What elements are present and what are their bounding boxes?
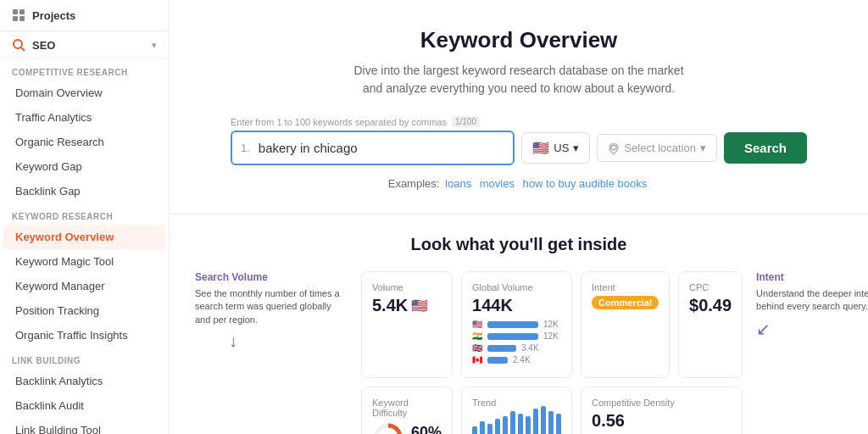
- country-chevron-icon: ▾: [573, 142, 579, 154]
- sidebar-item-domain-overview[interactable]: Domain Overview: [3, 81, 165, 105]
- keyword-counter: 1/100: [452, 116, 480, 127]
- search-area: 1. 🇺🇸 US ▾ Select location ▾ Search: [231, 131, 807, 165]
- input-number-label: 1.: [241, 142, 250, 154]
- preview-section: Look what you'll get inside Search Volum…: [170, 214, 868, 434]
- metric-global-volume: Global Volume 144K 🇺🇸12K 🇮🇳12K 🇬🇧3.4K 🇨🇦…: [461, 271, 572, 378]
- sidebar-item-keyword-gap[interactable]: Keyword Gap: [3, 154, 165, 179]
- svg-rect-1: [19, 9, 25, 14]
- sidebar-item-link-building-tool[interactable]: Link Building Tool: [3, 418, 165, 434]
- sidebar-sections: COMPETITIVE RESEARCH Domain Overview Tra…: [0, 59, 169, 434]
- metric-competitive-density: Competitive Density 0.56: [581, 387, 743, 434]
- examples-line: Examples: loans movies how to buy audibl…: [203, 177, 834, 190]
- donut-chart: [372, 421, 404, 434]
- location-icon: [608, 142, 620, 154]
- sidebar-item-backlink-analytics[interactable]: Backlink Analytics: [3, 369, 165, 393]
- keyword-input-wrapper[interactable]: 1.: [231, 131, 515, 165]
- intent-annotation-label: Intent: [756, 271, 868, 283]
- projects-label: Projects: [32, 9, 75, 22]
- arrow-down-left-icon: ↙: [756, 319, 868, 339]
- search-volume-annotation: Search Volume See the monthly number of …: [195, 271, 348, 351]
- location-placeholder: Select location: [624, 142, 696, 154]
- arrow-down-icon: ↓: [229, 331, 348, 351]
- svg-rect-0: [13, 9, 18, 14]
- sidebar-item-position-tracking[interactable]: Position Tracking: [3, 298, 165, 323]
- examples-prefix: Examples:: [388, 177, 440, 190]
- projects-header[interactable]: Projects: [0, 0, 169, 31]
- sidebar-item-keyword-magic-tool[interactable]: Keyword Magic Tool: [3, 249, 165, 274]
- sidebar-item-keyword-overview[interactable]: Keyword Overview: [3, 225, 165, 249]
- hero-subtitle: Dive into the largest keyword research d…: [203, 62, 834, 97]
- keyword-input[interactable]: [255, 132, 504, 164]
- sidebar-item-backlink-audit[interactable]: Backlink Audit: [3, 393, 165, 418]
- sidebar-item-organic-research[interactable]: Organic Research: [3, 130, 165, 154]
- chevron-down-icon: ▾: [152, 40, 157, 51]
- example-loans[interactable]: loans: [445, 177, 471, 190]
- sidebar-item-traffic-analytics[interactable]: Traffic Analytics: [3, 105, 165, 130]
- section-header-keyword-research: KEYWORD RESEARCH: [0, 203, 169, 225]
- sidebar-item-keyword-manager[interactable]: Keyword Manager: [3, 274, 165, 298]
- seo-label: SEO: [32, 39, 55, 52]
- sidebar-item-backlink-gap[interactable]: Backlink Gap: [3, 179, 165, 203]
- section-header-link-building: LINK BUILDING: [0, 348, 169, 369]
- trend-bars: [472, 411, 561, 434]
- search-volume-label: Search Volume: [195, 271, 348, 283]
- country-selector[interactable]: 🇺🇸 US ▾: [521, 132, 590, 164]
- metric-intent: Intent Commercial: [581, 271, 670, 378]
- location-selector[interactable]: Select location ▾: [597, 134, 717, 162]
- intent-badge: Commercial: [592, 296, 659, 309]
- metric-volume: Volume 5.4K 🇺🇸: [361, 271, 453, 378]
- seo-section-toggle[interactable]: SEO ▾: [0, 31, 169, 59]
- main-content: Keyword Overview Dive into the largest k…: [170, 0, 868, 434]
- metrics-grid: Volume 5.4K 🇺🇸 Global Volume 144K 🇺🇸12K …: [361, 271, 743, 434]
- preview-title: Look what you'll get inside: [195, 235, 843, 254]
- example-movies[interactable]: movies: [480, 177, 515, 190]
- metric-trend: Trend: [461, 387, 572, 434]
- svg-rect-3: [19, 16, 25, 21]
- page-title: Keyword Overview: [203, 27, 834, 53]
- search-button[interactable]: Search: [724, 132, 807, 164]
- svg-line-5: [21, 47, 25, 51]
- intent-annotation-desc: Understand the deeper intent behind ever…: [756, 287, 868, 314]
- metric-cpc: CPC $0.49: [678, 271, 743, 378]
- svg-point-6: [611, 145, 616, 150]
- svg-rect-2: [13, 16, 18, 21]
- input-hint: Enter from 1 to 100 keywords separated b…: [231, 117, 447, 127]
- projects-icon: [12, 8, 25, 22]
- hero-section: Keyword Overview Dive into the largest k…: [170, 0, 868, 214]
- section-header-competitive: COMPETITIVE RESEARCH: [0, 59, 169, 81]
- search-volume-desc: See the monthly number of times a search…: [195, 287, 348, 326]
- sidebar: Projects SEO ▾ COMPETITIVE RESEARCH Doma…: [0, 0, 170, 434]
- svg-point-4: [14, 40, 22, 48]
- location-chevron-icon: ▾: [700, 142, 706, 154]
- example-how-to-buy[interactable]: how to buy audible books: [523, 177, 648, 190]
- seo-icon: [12, 38, 25, 52]
- intent-annotation: Intent Understand the deeper intent behi…: [756, 271, 868, 339]
- sidebar-item-organic-traffic-insights[interactable]: Organic Traffic Insights: [3, 323, 165, 348]
- country-code: US: [554, 142, 569, 154]
- metric-keyword-difficulty: Keyword Difficulty 60% Difficult: [361, 387, 453, 434]
- country-flag: 🇺🇸: [532, 140, 549, 156]
